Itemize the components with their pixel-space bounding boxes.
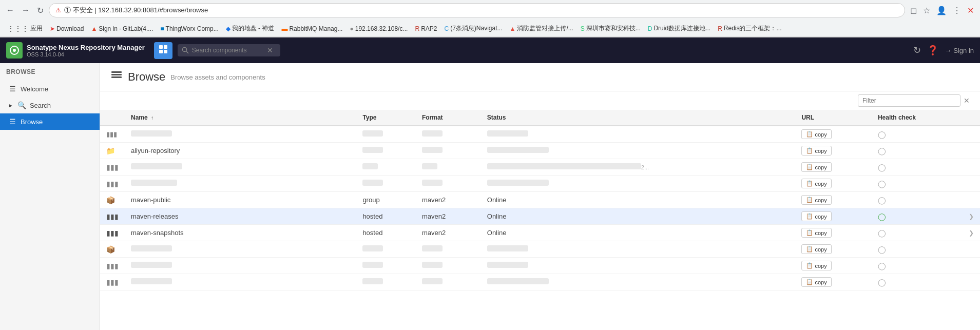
bookmark-navicatc[interactable]: C (7条消息)Navigat... bbox=[441, 23, 505, 34]
table-row[interactable]: ▮▮▮ 📋copy ◯ bbox=[100, 258, 980, 274]
row-expand-cell bbox=[963, 159, 980, 176]
bookmark-rap2[interactable]: R RAP2 bbox=[412, 24, 440, 34]
copy-button[interactable]: 📋copy bbox=[801, 179, 831, 188]
table-row[interactable]: 📦 maven-public group maven2 Online 📋copy… bbox=[100, 192, 980, 208]
db-icon: ▮▮▮ bbox=[106, 130, 117, 138]
bookmark-druid[interactable]: D Druid数据库连接池... bbox=[645, 23, 714, 34]
refresh-button[interactable]: ↻ bbox=[35, 4, 46, 17]
bookmark-download[interactable]: ➤ Download bbox=[47, 24, 87, 34]
row-expand-cell bbox=[963, 192, 980, 208]
table-row[interactable]: ▮▮▮ 2... 📋copy ◯ bbox=[100, 159, 980, 176]
row-format-cell: maven2 bbox=[416, 225, 481, 241]
table-row[interactable]: ▮▮▮ 📋copy ◯ bbox=[100, 176, 980, 192]
copy-icon: 📋 bbox=[806, 246, 813, 253]
row-type-cell: group bbox=[356, 192, 416, 208]
blurred-name bbox=[131, 245, 172, 251]
sidebar-item-search[interactable]: ► 🔍 Search bbox=[0, 97, 100, 113]
bookmark-saite[interactable]: S 深圳市赛和安科技... bbox=[578, 23, 644, 34]
table-row[interactable]: ▮▮▮ 📋copy ◯ bbox=[100, 126, 980, 143]
copy-button[interactable]: 📋copy bbox=[801, 129, 831, 139]
copy-button[interactable]: 📋copy bbox=[801, 211, 831, 221]
row-url-cell: 📋copy bbox=[795, 208, 872, 225]
bookmark-redis[interactable]: R Redis的三个框架：... bbox=[715, 23, 784, 34]
filter-input[interactable] bbox=[858, 94, 960, 107]
copy-button[interactable]: 📋copy bbox=[801, 244, 831, 254]
chevron-right-icon[interactable]: ❯ bbox=[969, 229, 974, 237]
bookmark-monitor[interactable]: ▲ 消防监管对接上传/... bbox=[507, 23, 577, 34]
row-expand-cell bbox=[963, 274, 980, 290]
help-btn[interactable]: ❓ bbox=[927, 45, 938, 56]
row-type-cell bbox=[356, 241, 416, 258]
page-subtitle: Browse assets and components bbox=[170, 73, 265, 81]
copy-button[interactable]: 📋copy bbox=[801, 195, 831, 205]
blurred-format bbox=[422, 163, 437, 169]
col-url: URL bbox=[795, 110, 872, 126]
chevron-right-icon[interactable]: ❯ bbox=[969, 213, 974, 220]
row-format-cell bbox=[416, 258, 481, 274]
signin-btn[interactable]: → Sign in bbox=[945, 47, 974, 54]
row-health-cell: ◯ bbox=[872, 126, 963, 143]
row-status-cell bbox=[481, 258, 796, 274]
copy-icon: 📋 bbox=[806, 279, 813, 285]
copy-button[interactable]: 📋copy bbox=[801, 228, 831, 238]
copy-button[interactable]: 📋copy bbox=[801, 162, 831, 172]
copy-button[interactable]: 📋copy bbox=[801, 146, 831, 156]
table-row[interactable]: 📁 aliyun-repository 📋copy ◯ bbox=[100, 143, 980, 159]
row-url-cell: 📋copy bbox=[795, 274, 872, 290]
svg-rect-4 bbox=[159, 50, 163, 53]
row-status-cell bbox=[481, 176, 796, 192]
health-circle-icon: ◯ bbox=[878, 147, 886, 155]
row-format-cell bbox=[416, 126, 481, 143]
home-icon: ☰ bbox=[8, 85, 16, 93]
health-circle-icon: ◯ bbox=[878, 180, 886, 188]
col-name[interactable]: Name ↑ bbox=[125, 110, 356, 126]
user-icon[interactable]: 👤 bbox=[934, 4, 949, 17]
sidebar-item-welcome[interactable]: ☰ Welcome bbox=[0, 81, 100, 97]
row-health-cell: ◯ bbox=[872, 176, 963, 192]
table-body: ▮▮▮ 📋copy ◯ 📁 aliyun-rep bbox=[100, 126, 980, 290]
menu-icon[interactable]: ⋮ bbox=[951, 4, 963, 17]
search-box[interactable]: ✕ bbox=[178, 44, 280, 56]
table-row[interactable]: ▮▮▮ maven-snapshots hosted maven2 Online… bbox=[100, 225, 980, 241]
address-bar[interactable]: ⚠ ① 不安全 | 192.168.32.90:8081/#browse/bro… bbox=[49, 3, 905, 17]
forward-button[interactable]: → bbox=[20, 4, 32, 17]
refresh-action-btn[interactable]: ↻ bbox=[913, 45, 921, 56]
row-format-cell: maven2 bbox=[416, 192, 481, 208]
sidebar-item-browse[interactable]: ☰ Browse bbox=[0, 113, 100, 130]
bookmark-ditu[interactable]: ◆ 我的地盘 - 神道 bbox=[223, 23, 278, 34]
close-icon[interactable]: ✕ bbox=[965, 4, 976, 17]
search-clear-icon[interactable]: ✕ bbox=[267, 46, 273, 54]
row-expand-cell[interactable]: ❯ bbox=[963, 208, 980, 225]
bookmark-apps[interactable]: ⋮⋮⋮ 应用 bbox=[4, 23, 46, 34]
row-icon-cell: ▮▮▮ bbox=[100, 159, 125, 176]
bookmark-icon[interactable]: ☆ bbox=[921, 4, 932, 17]
sort-asc-icon: ↑ bbox=[151, 115, 153, 121]
col-type: Type bbox=[356, 110, 416, 126]
row-expand-cell[interactable]: ❯ bbox=[963, 225, 980, 241]
bookmarks-bar: ⋮⋮⋮ 应用 ➤ Download ▲ Sign in · GitLab(4..… bbox=[0, 21, 980, 37]
row-status-cell: 2... bbox=[481, 159, 796, 176]
back-button[interactable]: ← bbox=[4, 4, 16, 17]
bookmark-rabbitmq[interactable]: ▬ RabbitMQ Manag... bbox=[278, 24, 345, 34]
bookmark-gitlab[interactable]: ▲ Sign in · GitLab(4.... bbox=[88, 24, 156, 34]
svg-rect-8 bbox=[111, 71, 122, 73]
extension-icon[interactable]: ◻ bbox=[908, 4, 919, 17]
blurred-name bbox=[131, 163, 182, 169]
table-row[interactable]: 📦 📋copy ◯ bbox=[100, 241, 980, 258]
copy-button[interactable]: 📋copy bbox=[801, 277, 831, 287]
search-input[interactable] bbox=[192, 47, 264, 54]
page-title: Browse bbox=[128, 70, 165, 84]
nav-browse-btn[interactable] bbox=[154, 42, 172, 59]
table-row[interactable]: ▮▮▮ maven-releases hosted maven2 Online … bbox=[100, 208, 980, 225]
blurred-format bbox=[422, 278, 443, 284]
row-health-cell: ◯ bbox=[872, 258, 963, 274]
browser-toolbar: ← → ↻ ⚠ ① 不安全 | 192.168.32.90:8081/#brow… bbox=[0, 0, 980, 21]
table-row[interactable]: ▮▮▮ 📋copy ◯ bbox=[100, 274, 980, 290]
bookmark-ip[interactable]: ● 192.168.32.108/c... bbox=[347, 24, 411, 34]
search-icon: 🔍 bbox=[17, 101, 26, 109]
bookmark-thingworx[interactable]: ■ ThingWorx Comp... bbox=[157, 24, 221, 34]
sidebar: Browse ☰ Welcome ► 🔍 Search ☰ Browse bbox=[0, 63, 100, 330]
copy-button[interactable]: 📋copy bbox=[801, 261, 831, 270]
db-icon: ▮▮▮ bbox=[106, 262, 119, 270]
filter-clear-btn[interactable]: ✕ bbox=[964, 96, 970, 105]
